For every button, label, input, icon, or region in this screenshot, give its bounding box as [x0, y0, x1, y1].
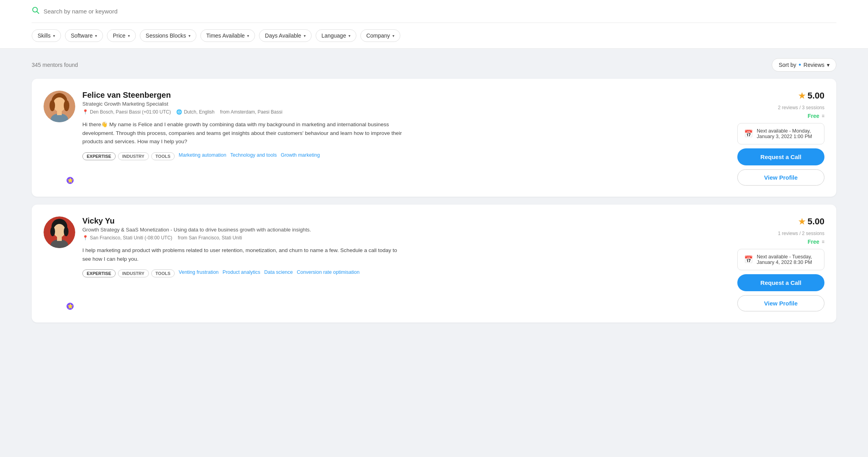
tag-item[interactable]: Technology and tools [230, 152, 276, 160]
svg-point-6 [64, 100, 69, 111]
filter-btn-language[interactable]: Language▾ [316, 29, 356, 42]
price-row-1: Free ≡ [807, 113, 824, 119]
tags-section-1: EXPERTISEINDUSTRYTOOLS Marketing automat… [82, 152, 728, 160]
mentor-languages: 🌐 Dutch, English [176, 109, 214, 115]
filter-btn-times-available[interactable]: Times Available▾ [200, 29, 255, 42]
sort-button[interactable]: Sort by • Reviews ▾ [772, 58, 836, 72]
search-icon [32, 6, 40, 16]
tab-tools[interactable]: TOOLS [151, 269, 175, 277]
mentor-location-1: 📍 Den Bosch, Paesi Bassi (+01:00 UTC) [82, 109, 171, 115]
mentor-badge-2: ⭐ [66, 302, 74, 311]
filter-label-times-available: Times Available [206, 32, 245, 39]
mentor-card-2: ⭐ Vicky Yu Growth Strategy & SaaS Moneti… [32, 205, 836, 322]
svg-point-5 [49, 100, 55, 111]
svg-rect-8 [57, 110, 62, 115]
avatar-2 [44, 216, 75, 248]
mentor-right-2: ★ 5.00 1 reviews / 2 sessions Free ≡ 📅 N… [737, 216, 824, 311]
svg-point-11 [53, 224, 65, 237]
tags-section-2: EXPERTISEINDUSTRYTOOLS Venting frustrati… [82, 269, 728, 277]
mentor-info-2: Vicky Yu Growth Strategy & SaaS Monetiza… [82, 216, 728, 311]
calendar-icon-1: 📅 [744, 129, 753, 138]
price-row-2: Free ≡ [807, 239, 824, 245]
rating-value-2: 5.00 [807, 216, 824, 227]
filter-btn-skills[interactable]: Skills▾ [32, 29, 61, 42]
mentor-badge-1: ⭐ [66, 176, 74, 185]
chevron-down-icon: ▾ [128, 34, 130, 38]
mentors-list: ⭐ Felice van Steenbergen Strategic Growt… [32, 79, 836, 322]
filter-btn-software[interactable]: Software▾ [65, 29, 103, 42]
availability-box-1: 📅 Next available - Monday, January 3, 20… [737, 123, 824, 144]
tab-industry[interactable]: INDUSTRY [118, 269, 149, 277]
avatar-wrap-1: ⭐ [44, 91, 75, 186]
request-call-btn-1[interactable]: Request a Call [737, 148, 824, 165]
chevron-down-icon: ▾ [348, 34, 350, 38]
tag-item[interactable]: Venting frustration [179, 269, 219, 277]
tag-item[interactable]: Product analytics [223, 269, 260, 277]
view-profile-btn-1[interactable]: View Profile [737, 169, 824, 186]
chevron-down-icon: ▾ [247, 34, 249, 38]
filter-label-sessions-blocks: Sessions Blocks [146, 32, 186, 39]
filter-label-company: Company [366, 32, 390, 39]
svg-point-13 [64, 227, 69, 236]
request-call-btn-2[interactable]: Request a Call [737, 274, 824, 291]
tab-industry[interactable]: INDUSTRY [118, 152, 149, 160]
mentor-bio-2: I help marketing and product with proble… [82, 246, 407, 263]
tab-tools[interactable]: TOOLS [151, 152, 175, 160]
price-icon-2: ≡ [822, 239, 824, 245]
tag-item[interactable]: Data science [264, 269, 293, 277]
filter-btn-company[interactable]: Company▾ [360, 29, 400, 42]
filter-label-skills: Skills [38, 32, 51, 39]
globe-icon: 🌐 [176, 109, 182, 115]
chevron-down-icon: ▾ [304, 34, 306, 38]
tab-labels-1: EXPERTISEINDUSTRYTOOLS [82, 152, 175, 160]
reviews-info-2: 1 reviews / 2 sessions [778, 231, 824, 236]
tag-item[interactable]: Marketing automation [179, 152, 226, 160]
price-label-1: Free [807, 113, 819, 119]
mentor-origin-2: from San Francisco, Stati Uniti [178, 235, 242, 241]
tag-item[interactable]: Growth marketing [281, 152, 320, 160]
price-icon-1: ≡ [822, 113, 824, 119]
search-input[interactable] [44, 8, 162, 15]
filter-btn-days-available[interactable]: Days Available▾ [259, 29, 312, 42]
main-content: 345 mentors found Sort by • Reviews ▾ ⭐ [0, 49, 868, 340]
svg-rect-15 [57, 236, 62, 241]
svg-point-12 [50, 227, 55, 236]
view-profile-btn-2[interactable]: View Profile [737, 295, 824, 311]
sort-chevron-icon: ▾ [827, 62, 830, 68]
rating-row-1: ★ 5.00 [798, 91, 824, 101]
filter-btn-price[interactable]: Price▾ [107, 29, 136, 42]
tab-labels-2: EXPERTISEINDUSTRYTOOLS [82, 269, 175, 277]
mentor-left-2: ⭐ Vicky Yu Growth Strategy & SaaS Moneti… [44, 216, 728, 311]
tab-expertise[interactable]: EXPERTISE [82, 152, 116, 160]
sort-dot: • [799, 61, 801, 68]
filter-btn-sessions-blocks[interactable]: Sessions Blocks▾ [140, 29, 196, 42]
avatar-1 [44, 91, 75, 122]
results-header: 345 mentors found Sort by • Reviews ▾ [32, 58, 836, 72]
chevron-down-icon: ▾ [95, 34, 97, 38]
star-icon-1: ★ [798, 91, 805, 101]
top-bar: Skills▾Software▾Price▾Sessions Blocks▾Ti… [0, 0, 868, 49]
mentor-meta-1: 📍 Den Bosch, Paesi Bassi (+01:00 UTC) 🌐 … [82, 109, 728, 115]
price-label-2: Free [807, 239, 819, 245]
rating-value-1: 5.00 [807, 91, 824, 101]
svg-line-1 [37, 11, 39, 13]
mentor-left-1: ⭐ Felice van Steenbergen Strategic Growt… [44, 91, 728, 186]
mentor-info-1: Felice van Steenbergen Strategic Growth … [82, 91, 728, 186]
chevron-down-icon: ▾ [53, 34, 55, 38]
tab-expertise[interactable]: EXPERTISE [82, 269, 116, 277]
filter-label-price: Price [113, 32, 126, 39]
tag-item[interactable]: Conversion rate optimisation [297, 269, 360, 277]
chevron-down-icon: ▾ [392, 34, 394, 38]
rating-row-2: ★ 5.00 [798, 216, 824, 227]
filter-label-days-available: Days Available [265, 32, 301, 39]
mentor-card-1: ⭐ Felice van Steenbergen Strategic Growt… [32, 79, 836, 197]
mentor-title-1: Strategic Growth Marketing Specialist [82, 101, 728, 107]
mentor-origin-1: from Amsterdam, Paesi Bassi [220, 109, 282, 115]
mentor-name-2: Vicky Yu [82, 216, 728, 226]
sort-label: Sort by [779, 62, 796, 68]
mentor-location-2: 📍 San Francisco, Stati Uniti (-08:00 UTC… [82, 235, 172, 241]
mentor-name-1: Felice van Steenbergen [82, 91, 728, 100]
calendar-icon-2: 📅 [744, 255, 753, 264]
availability-text-1: Next available - Monday, January 3, 2022… [757, 128, 818, 139]
mentor-right-1: ★ 5.00 2 reviews / 3 sessions Free ≡ 📅 N… [737, 91, 824, 186]
